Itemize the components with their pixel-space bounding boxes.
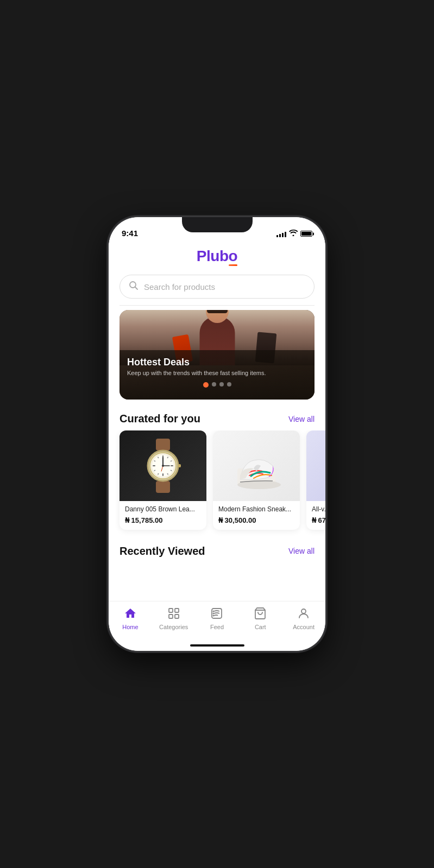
product-info-watch: Danny 005 Brown Lea... ₦ 15,785.00 xyxy=(119,501,206,530)
banner-subtitle: Keep up with the trends with these fast … xyxy=(127,369,307,377)
svg-rect-2 xyxy=(156,439,170,451)
banner[interactable]: Hottest Deals Keep up with the trends wi… xyxy=(119,310,315,400)
nav-account[interactable]: Account xyxy=(282,607,325,630)
divider xyxy=(119,305,315,306)
search-bar[interactable]: Search for products xyxy=(119,275,315,299)
search-container: Search for products xyxy=(109,269,325,303)
bottom-nav: Home Categories xyxy=(109,601,325,640)
account-icon xyxy=(297,607,310,622)
svg-rect-27 xyxy=(175,609,179,612)
watch-svg xyxy=(139,436,187,496)
svg-point-35 xyxy=(301,609,306,613)
curated-section-header: Curated for you View all xyxy=(109,404,325,430)
app-header: Plub o xyxy=(109,241,325,269)
product-price-partial: ₦ 67... xyxy=(312,516,325,524)
svg-rect-3 xyxy=(156,481,170,493)
status-icons xyxy=(276,230,312,238)
phone-frame: 9:41 xyxy=(109,217,325,651)
svg-point-22 xyxy=(162,465,164,467)
svg-point-33 xyxy=(213,615,215,617)
nav-home-label: Home xyxy=(122,624,138,630)
nav-feed[interactable]: Feed xyxy=(196,607,239,630)
product-name-sneaker: Modern Fashion Sneak... xyxy=(218,505,294,514)
recently-viewed-all[interactable]: View all xyxy=(288,547,315,555)
svg-line-1 xyxy=(135,287,138,290)
svg-rect-26 xyxy=(169,609,173,612)
home-bar xyxy=(190,644,244,647)
product-card-watch[interactable]: Danny 005 Brown Lea... ₦ 15,785.00 xyxy=(119,430,206,530)
nav-home[interactable]: Home xyxy=(109,607,152,630)
nav-cart[interactable]: Cart xyxy=(238,607,282,630)
svg-rect-29 xyxy=(175,614,179,618)
svg-point-32 xyxy=(213,613,215,614)
svg-rect-10 xyxy=(171,465,173,466)
status-time: 9:41 xyxy=(122,229,138,238)
product-card-sneaker[interactable]: Modern Fashion Sneak... ₦ 30,500.00 xyxy=(213,430,300,530)
product-image-sneaker xyxy=(213,430,300,501)
home-icon xyxy=(124,607,137,622)
product-info-sneaker: Modern Fashion Sneak... ₦ 30,500.00 xyxy=(213,501,300,530)
banner-dot-3[interactable] xyxy=(219,382,224,387)
signal-icon xyxy=(276,231,286,237)
search-icon xyxy=(129,281,139,293)
nav-categories[interactable]: Categories xyxy=(152,607,196,630)
banner-title: Hottest Deals xyxy=(127,357,307,368)
scroll-content[interactable]: Plub o Search for products xyxy=(109,241,325,601)
svg-point-31 xyxy=(213,611,215,612)
home-indicator xyxy=(109,640,325,651)
categories-icon xyxy=(167,607,180,622)
feed-icon xyxy=(210,607,223,622)
svg-rect-16 xyxy=(153,465,155,466)
nav-account-label: Account xyxy=(293,624,315,630)
nav-feed-label: Feed xyxy=(210,624,224,630)
notch xyxy=(182,217,253,232)
product-price-watch: ₦ 15,785.00 xyxy=(125,516,201,524)
cart-icon xyxy=(254,607,267,622)
phone-screen: 9:41 xyxy=(109,217,325,651)
product-image-partial xyxy=(306,430,325,501)
banner-dot-4[interactable] xyxy=(227,382,231,387)
nav-cart-label: Cart xyxy=(255,624,266,630)
product-price-sneaker: ₦ 30,500.00 xyxy=(218,516,294,524)
banner-dot-1[interactable] xyxy=(203,382,209,388)
banner-dots xyxy=(127,382,307,388)
curated-view-all[interactable]: View all xyxy=(288,415,315,423)
app-logo: Plub o xyxy=(197,248,237,264)
wifi-icon xyxy=(289,230,298,238)
svg-rect-13 xyxy=(162,473,163,476)
product-image-watch xyxy=(119,430,206,501)
battery-icon xyxy=(300,231,312,237)
banner-overlay: Hottest Deals Keep up with the trends wi… xyxy=(119,350,315,400)
nav-categories-label: Categories xyxy=(159,624,188,630)
recently-viewed-header: Recently Viewed View all xyxy=(109,536,325,563)
banner-dot-2[interactable] xyxy=(212,382,216,387)
sneaker-svg xyxy=(224,441,289,490)
svg-rect-28 xyxy=(169,614,173,618)
search-placeholder: Search for products xyxy=(144,282,215,292)
product-info-partial: All-v... ₦ 67... xyxy=(306,501,325,530)
recently-viewed-title: Recently Viewed xyxy=(119,545,205,557)
product-name-partial: All-v... xyxy=(312,505,325,514)
products-row[interactable]: Danny 005 Brown Lea... ₦ 15,785.00 xyxy=(109,430,325,536)
product-name-watch: Danny 005 Brown Lea... xyxy=(125,505,201,514)
product-card-partial[interactable]: All-v... ₦ 67... xyxy=(306,430,325,530)
curated-title: Curated for you xyxy=(119,413,200,425)
svg-rect-23 xyxy=(178,464,181,467)
